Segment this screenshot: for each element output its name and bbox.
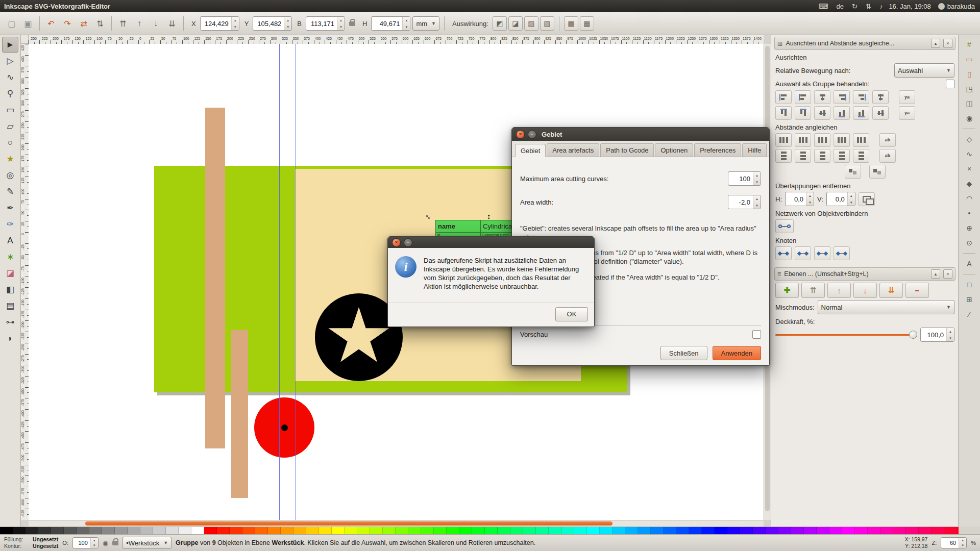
- exchange-positions-button[interactable]: [845, 165, 861, 179]
- bucket-tool[interactable]: ◧: [2, 282, 18, 297]
- transform-stroke-toggle[interactable]: ◩: [493, 16, 507, 31]
- rect-tool[interactable]: ▭: [2, 102, 18, 118]
- raise-layer-top-button[interactable]: ⇈: [801, 283, 825, 298]
- snap-grid-toggle[interactable]: ⊞: [962, 293, 976, 306]
- randomize-positions-button[interactable]: [869, 165, 886, 179]
- volume-indicator-icon[interactable]: ♪: [879, 3, 883, 10]
- snap-bbox-toggle[interactable]: ▭: [962, 53, 976, 66]
- relative-to-select[interactable]: Auswahl▼: [894, 63, 954, 78]
- select-all-button[interactable]: ▢: [4, 16, 19, 31]
- align-top-button[interactable]: [795, 106, 811, 120]
- tab-gebiet[interactable]: Gebiet: [515, 144, 546, 157]
- unit-select[interactable]: mm▼: [412, 16, 439, 31]
- select-tool[interactable]: ►: [2, 37, 18, 53]
- snap-guide-toggle[interactable]: ∕: [962, 308, 976, 321]
- zoom-field[interactable]: 60▲▼: [941, 537, 967, 548]
- distribute-equal-h-button[interactable]: [853, 133, 869, 147]
- bounding-box-visual-toggle[interactable]: ▩: [580, 16, 594, 31]
- horizontal-scrollbar[interactable]: [29, 520, 764, 527]
- spray-tool[interactable]: ∗: [2, 249, 18, 265]
- align-nodes-h-button[interactable]: [775, 246, 792, 260]
- vorschau-checkbox[interactable]: [752, 330, 761, 339]
- vertical-guide-2[interactable]: [296, 44, 296, 520]
- distribute-centers-v-button[interactable]: [795, 149, 811, 163]
- transform-pattern-toggle[interactable]: ▧: [540, 16, 554, 31]
- distribute-right-edges-button[interactable]: [814, 133, 830, 147]
- snap-intersection-toggle[interactable]: ×: [962, 162, 976, 176]
- lower-button[interactable]: ↓: [148, 16, 163, 31]
- transform-corners-toggle[interactable]: ◪: [508, 16, 523, 31]
- dropper-tool[interactable]: ◗: [2, 331, 18, 346]
- snap-bbox-midpoint-toggle[interactable]: ◫: [962, 97, 976, 110]
- rotate-cw-button[interactable]: ↷: [60, 16, 75, 31]
- zoom-tool[interactable]: ⚲: [2, 86, 18, 102]
- snap-node-toggle[interactable]: ◇: [962, 133, 976, 146]
- align-right-button[interactable]: [834, 90, 850, 104]
- lock-ratio-icon[interactable]: [349, 21, 355, 26]
- align-nodes-v-button[interactable]: [795, 246, 811, 260]
- flip-horizontal-button[interactable]: ⇄: [76, 16, 91, 31]
- text-tool[interactable]: A: [2, 233, 18, 248]
- user-menu[interactable]: barakuda: [938, 3, 975, 10]
- connector-tool[interactable]: ⊶: [2, 314, 18, 330]
- star-tool[interactable]: ★: [2, 151, 18, 167]
- vertical-ruler[interactable]: -650-625-600-575-550-525-500-475-450-425…: [20, 44, 29, 520]
- red-circle-object[interactable]: [254, 397, 314, 458]
- lower-layer-bottom-button[interactable]: ⇊: [879, 283, 903, 298]
- raise-to-top-button[interactable]: ⇈: [115, 16, 131, 31]
- align-top-outside-button[interactable]: [775, 106, 792, 120]
- x-field[interactable]: 124,429▲▼: [200, 16, 239, 31]
- height-field[interactable]: 49,671▲▼: [371, 16, 410, 31]
- opacity-field[interactable]: 100,0▲▼: [920, 328, 954, 342]
- slider-knob[interactable]: [909, 331, 917, 339]
- window-titlebar[interactable]: Inkscape SVG-Vektorgrafik-Editor ⌨de↻⇅♪ …: [0, 0, 980, 12]
- tab-preferences[interactable]: Preferences: [694, 143, 741, 157]
- snap-enable-toggle[interactable]: #: [962, 38, 976, 51]
- overlap-h-field[interactable]: 0,0▲▼: [785, 192, 814, 206]
- panel-collapse-icon[interactable]: ▴: [931, 269, 940, 279]
- snap-rotation-center-toggle[interactable]: ⊙: [962, 236, 976, 249]
- object-opacity-steppers[interactable]: ▲▼: [90, 538, 98, 548]
- star-object[interactable]: [327, 307, 390, 367]
- align-anchor-h-button[interactable]: [872, 90, 889, 104]
- panel-close-icon[interactable]: ×: [943, 269, 952, 279]
- overlap-v-field[interactable]: 0,0▲▼: [826, 192, 855, 206]
- treat-as-group-checkbox[interactable]: [946, 80, 954, 88]
- anwenden-button[interactable]: Anwenden: [713, 346, 761, 360]
- align-left-button[interactable]: [795, 90, 811, 104]
- overlap-h-steppers[interactable]: ▲▼: [806, 192, 814, 206]
- tab-path-to-gcode[interactable]: Path to Gcode: [600, 143, 654, 157]
- eraser-tool[interactable]: ◪: [2, 265, 18, 281]
- lower-to-bottom-button[interactable]: ⇊: [164, 16, 180, 31]
- gradient-tool[interactable]: ▤: [2, 298, 18, 314]
- raise-button[interactable]: ↑: [132, 16, 147, 31]
- vertical-guide-1[interactable]: [279, 44, 280, 520]
- y-field[interactable]: 105,482▲▼: [253, 16, 292, 31]
- max-curves-steppers[interactable]: ▲▼: [753, 172, 761, 185]
- distribute-nodes-h-button[interactable]: [814, 246, 830, 260]
- snap-object-center-toggle[interactable]: ⊕: [962, 221, 976, 235]
- x-steppers[interactable]: ▲▼: [231, 17, 239, 30]
- distribute-left-edges-button[interactable]: [775, 133, 792, 147]
- fill-stroke-indicator[interactable]: Füllung:Ungesetzt Kontur:Ungesetzt: [4, 536, 58, 549]
- horizontal-scrollbar-thumb[interactable]: [85, 521, 612, 525]
- width-steppers[interactable]: ▲▼: [337, 17, 345, 30]
- gebiet-dialog-titlebar[interactable]: ✕ – Gebiet: [512, 128, 769, 141]
- ellipse-tool[interactable]: ○: [2, 135, 18, 151]
- spiral-tool[interactable]: ◎: [2, 167, 18, 183]
- language-indicator[interactable]: de: [837, 3, 844, 10]
- close-icon[interactable]: ✕: [516, 130, 525, 139]
- panel-collapse-icon[interactable]: ▴: [931, 39, 940, 48]
- align-panel-header[interactable]: ⊞ Ausrichten und Abstände ausgleiche... …: [774, 37, 955, 50]
- remove-overlaps-button[interactable]: [859, 192, 875, 206]
- route-connectors-button[interactable]: [775, 219, 794, 233]
- width-field[interactable]: 113,171▲▼: [306, 16, 345, 31]
- distribute-top-edges-button[interactable]: [775, 149, 792, 163]
- align-text-v-button[interactable]: ya: [899, 106, 915, 120]
- box3d-tool[interactable]: ▱: [2, 118, 18, 134]
- align-anchor-v-button[interactable]: [872, 106, 889, 120]
- align-center-v-button[interactable]: [814, 106, 830, 120]
- snap-page-border-toggle[interactable]: □: [962, 278, 976, 291]
- deselect-button[interactable]: ▣: [20, 16, 36, 31]
- keyboard-indicator-icon[interactable]: ⌨: [819, 3, 828, 10]
